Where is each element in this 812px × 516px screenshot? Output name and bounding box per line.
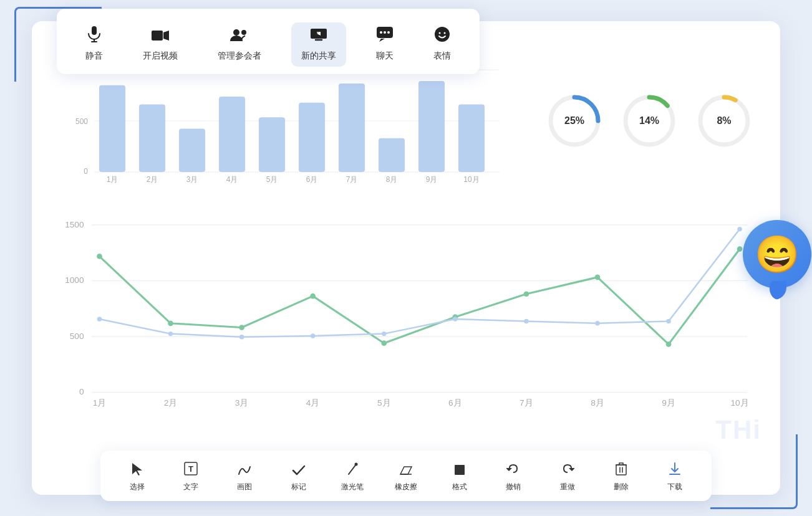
btool-item-select[interactable]: 选择 (115, 459, 159, 495)
svg-line-40 (349, 464, 356, 474)
toolbar-item-chat[interactable]: 聊天 (366, 21, 404, 67)
bar-chart: 1000 500 0 1月2月3月4月5月6月7月8月9月10月 (57, 59, 518, 183)
btool-item-undo[interactable]: 撤销 (491, 461, 535, 495)
line-chart: 1500 1000 500 0 1月2月3月4月5月6月7月8月9月10月 (57, 196, 755, 432)
dot2-1 (168, 332, 173, 336)
svg-rect-3 (152, 31, 163, 41)
donut-label-d1: 25% (564, 115, 584, 127)
bar-label-0: 1月 (107, 175, 118, 183)
line-x-label-3: 4月 (306, 398, 320, 408)
line-x-label-2: 3月 (235, 398, 249, 408)
bar-6 (339, 84, 365, 172)
donut-label-d3: 8% (717, 115, 731, 127)
bar-1 (139, 104, 165, 172)
bar-label-3: 4月 (226, 175, 238, 183)
smiley-avatar: 😄 (743, 220, 811, 289)
mute-icon (85, 25, 103, 47)
svg-text:T: T (188, 464, 193, 474)
svg-point-15 (439, 32, 441, 34)
btool-item-mark[interactable]: 标记 (277, 461, 321, 495)
svg-point-16 (444, 32, 446, 34)
bar-label-7: 8月 (386, 175, 398, 183)
svg-text:1000: 1000 (65, 275, 84, 285)
svg-rect-0 (92, 26, 97, 35)
text-btool-icon: T (184, 462, 198, 479)
smiley-icon: 😄 (755, 236, 800, 272)
btool-item-format[interactable]: 格式 (438, 461, 481, 495)
share-icon (309, 27, 328, 47)
eraser-btool-label: 橡皮擦 (395, 482, 417, 492)
dot1-1 (168, 320, 173, 326)
donut-label-d2: 14% (639, 115, 659, 127)
btool-item-eraser[interactable]: 橡皮擦 (384, 461, 428, 495)
video-icon (151, 27, 170, 47)
dot2-2 (239, 335, 244, 339)
bar-5 (299, 103, 325, 172)
draw-btool-label: 画图 (237, 482, 252, 492)
bar-chart-container: 1000 500 0 1月2月3月4月5月6月7月8月9月10月 (57, 59, 518, 183)
outer-container: 静音开启视频管理参会者新的共享聊天表情 😄 1000 500 0 (19, 12, 793, 504)
bar-label-5: 6月 (306, 175, 318, 183)
line-x-label-5: 6月 (448, 398, 462, 408)
dot1-9 (737, 246, 743, 252)
dot2-6 (524, 319, 528, 323)
bar-2 (179, 128, 205, 172)
bar-label-6: 7月 (346, 175, 358, 183)
line-x-label-6: 7月 (520, 398, 533, 408)
download-btool-label: 下载 (667, 482, 682, 492)
bar-label-4: 5月 (266, 175, 278, 183)
svg-point-5 (233, 29, 239, 36)
btool-item-download[interactable]: 下载 (653, 459, 697, 495)
dot2-9 (737, 227, 742, 231)
svg-point-14 (435, 27, 450, 42)
donut-item-d1: 25% (543, 90, 606, 152)
btool-item-delete[interactable]: 删除 (599, 459, 643, 495)
redo-btool-label: 重做 (560, 482, 575, 492)
btool-item-text[interactable]: T文字 (169, 459, 213, 495)
bar-label-9: 10月 (463, 175, 479, 183)
line-x-label-4: 5月 (377, 398, 391, 408)
emoji-icon (434, 26, 450, 47)
svg-text:500: 500 (70, 332, 84, 341)
dot1-8 (666, 342, 672, 347)
manage-label: 管理参会者 (218, 50, 261, 62)
chat-icon (376, 26, 394, 47)
toolbar-item-mute[interactable]: 静音 (75, 20, 113, 67)
undo-btool-icon (506, 463, 520, 479)
emoji-label: 表情 (433, 50, 451, 62)
svg-point-6 (241, 30, 246, 35)
mark-btool-icon (292, 463, 306, 479)
toolbar-item-share[interactable]: 新的共享 (291, 22, 346, 67)
line-chart-container: 1500 1000 500 0 1月2月3月4月5月6月7月8月9月10月 (57, 196, 755, 432)
bar-0 (99, 85, 125, 172)
dot1-0 (97, 254, 102, 259)
toolbar-item-emoji[interactable]: 表情 (423, 21, 461, 67)
draw-btool-icon (238, 463, 251, 479)
toolbar-item-video[interactable]: 开启视频 (133, 22, 188, 67)
donut-d1: 25% (543, 90, 606, 152)
toolbar-item-manage[interactable]: 管理参会者 (208, 22, 271, 67)
dot1-6 (524, 291, 529, 297)
svg-marker-37 (132, 463, 142, 475)
svg-rect-44 (455, 465, 465, 475)
svg-point-11 (380, 31, 382, 34)
bottom-toolbar: 选择T文字画图标记激光笔橡皮擦格式撤销重做删除下载 (100, 451, 712, 501)
format-btool-label: 格式 (452, 482, 467, 492)
bar-9 (458, 104, 485, 172)
btool-item-draw[interactable]: 画图 (223, 461, 266, 495)
btool-item-redo[interactable]: 重做 (546, 461, 589, 495)
line-x-label-7: 8月 (591, 398, 604, 408)
dot2-3 (311, 333, 315, 338)
btool-item-laser[interactable]: 激光笔 (331, 459, 374, 495)
bar-label-8: 9月 (426, 175, 438, 183)
line-x-label-8: 9月 (662, 398, 675, 408)
charts-area: 1000 500 0 1月2月3月4月5月6月7月8月9月10月 25% (32, 21, 780, 495)
laser-btool-label: 激光笔 (341, 482, 364, 492)
svg-text:0: 0 (79, 387, 84, 396)
mark-btool-label: 标记 (291, 482, 306, 492)
svg-text:0: 0 (84, 167, 88, 176)
manage-icon (230, 27, 249, 47)
dot2-4 (382, 332, 386, 336)
chat-label: 聊天 (376, 50, 394, 62)
line-x-label-1: 2月 (164, 398, 178, 408)
